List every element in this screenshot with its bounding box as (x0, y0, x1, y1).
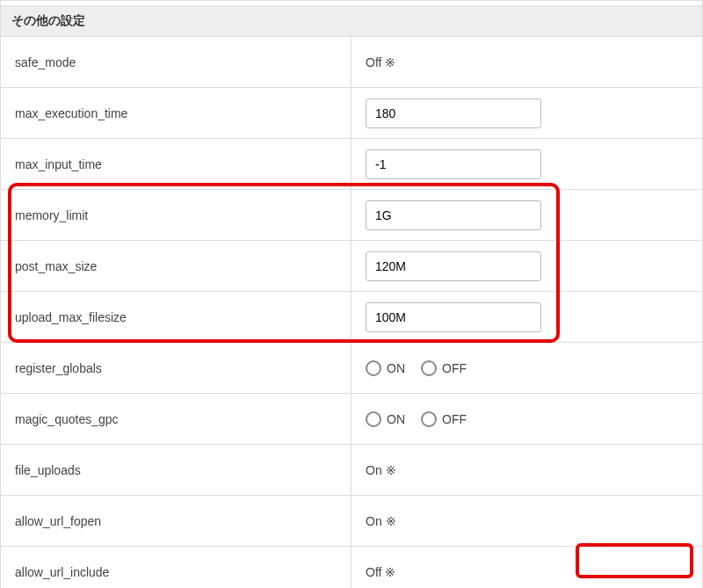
row-memory-limit: memory_limit (1, 190, 702, 241)
radio-icon (421, 360, 437, 376)
radio-magic-quotes-gpc-on[interactable]: ON (366, 411, 405, 427)
section-title: その他の設定 (11, 13, 85, 27)
label-file-uploads: file_uploads (1, 445, 352, 495)
row-allow-url-include: allow_url_include Off ※ (1, 547, 702, 588)
radio-icon (366, 411, 381, 427)
value-safe-mode: Off ※ (352, 47, 702, 78)
row-max-input-time: max_input_time (1, 139, 702, 190)
radio-label-on: ON (387, 412, 405, 426)
label-max-input-time: max_input_time (1, 139, 352, 189)
radio-label-off: OFF (442, 361, 467, 375)
label-allow-url-include: allow_url_include (1, 547, 352, 588)
label-magic-quotes-gpc: magic_quotes_gpc (1, 394, 352, 444)
row-register-globals: register_globals ON OFF (1, 343, 702, 394)
settings-panel: その他の設定 safe_mode Off ※ max_execution_tim… (0, 5, 703, 588)
input-max-execution-time[interactable] (366, 98, 541, 128)
radio-label-off: OFF (442, 412, 467, 426)
row-safe-mode: safe_mode Off ※ (1, 37, 702, 88)
row-magic-quotes-gpc: magic_quotes_gpc ON OFF (1, 394, 702, 445)
label-register-globals: register_globals (1, 343, 352, 393)
label-max-execution-time: max_execution_time (1, 88, 352, 138)
radio-register-globals-off[interactable]: OFF (421, 360, 467, 376)
label-post-max-size: post_max_size (1, 241, 352, 291)
input-memory-limit[interactable] (366, 200, 541, 230)
value-file-uploads: On ※ (352, 454, 702, 486)
row-max-execution-time: max_execution_time (1, 88, 702, 139)
input-upload-max-filesize[interactable] (366, 302, 541, 332)
radio-group-magic-quotes-gpc: ON OFF (366, 411, 467, 427)
input-max-input-time[interactable] (366, 149, 541, 179)
row-allow-url-fopen: allow_url_fopen On ※ (1, 496, 702, 547)
input-post-max-size[interactable] (366, 251, 541, 281)
row-post-max-size: post_max_size (1, 241, 702, 292)
row-file-uploads: file_uploads On ※ (1, 445, 702, 496)
label-allow-url-fopen: allow_url_fopen (1, 496, 352, 546)
radio-group-register-globals: ON OFF (366, 360, 467, 376)
row-upload-max-filesize: upload_max_filesize (1, 292, 702, 343)
value-allow-url-fopen: On ※ (352, 505, 702, 537)
radio-magic-quotes-gpc-off[interactable]: OFF (421, 411, 467, 427)
label-safe-mode: safe_mode (1, 37, 352, 87)
label-memory-limit: memory_limit (1, 190, 352, 240)
radio-label-on: ON (387, 361, 405, 375)
label-upload-max-filesize: upload_max_filesize (1, 292, 352, 342)
radio-register-globals-on[interactable]: ON (366, 360, 405, 376)
radio-icon (421, 411, 437, 427)
value-allow-url-include: Off ※ (352, 556, 702, 588)
section-header: その他の設定 (1, 6, 702, 37)
radio-icon (366, 360, 381, 376)
